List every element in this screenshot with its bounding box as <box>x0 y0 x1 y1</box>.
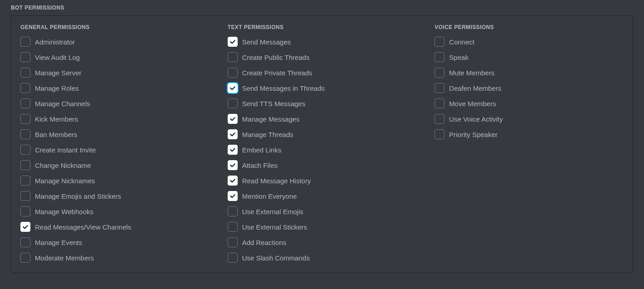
perm-ban-members[interactable]: Ban Members <box>20 129 210 139</box>
perm-list-general: AdministratorView Audit LogManage Server… <box>20 37 210 263</box>
column-title-text: TEXT PERMISSIONS <box>228 24 417 30</box>
perm-use-slash-commands[interactable]: Use Slash Commands <box>228 253 417 263</box>
perm-label: Use Slash Commands <box>242 254 310 262</box>
perm-manage-messages[interactable]: Manage Messages <box>228 114 417 124</box>
checkbox-move-members[interactable] <box>434 98 444 108</box>
checkbox-manage-webhooks[interactable] <box>20 206 30 216</box>
checkbox-speak[interactable] <box>434 52 444 62</box>
perm-label: Administrator <box>35 38 75 46</box>
perm-connect[interactable]: Connect <box>434 37 624 47</box>
perm-manage-webhooks[interactable]: Manage Webhooks <box>20 206 210 216</box>
section-title: BOT PERMISSIONS <box>11 5 633 11</box>
perm-add-reactions[interactable]: Add Reactions <box>228 237 417 247</box>
perm-read-messages-view-channels[interactable]: Read Messages/View Channels <box>20 222 210 232</box>
perm-manage-server[interactable]: Manage Server <box>20 68 210 78</box>
perm-mention-everyone[interactable]: Mention Everyone <box>228 191 417 201</box>
checkbox-use-voice-activity[interactable] <box>434 114 444 124</box>
perm-administrator[interactable]: Administrator <box>20 37 210 47</box>
perm-use-voice-activity[interactable]: Use Voice Activity <box>434 114 624 124</box>
perm-manage-nicknames[interactable]: Manage Nicknames <box>20 176 210 186</box>
perm-label: Send Messages in Threads <box>242 84 325 92</box>
perm-manage-events[interactable]: Manage Events <box>20 237 210 247</box>
perm-label: Move Members <box>449 100 496 108</box>
checkbox-manage-events[interactable] <box>20 237 30 247</box>
checkbox-send-messages[interactable] <box>228 37 238 47</box>
perm-read-message-history[interactable]: Read Message History <box>228 176 417 186</box>
perm-use-external-emojis[interactable]: Use External Emojis <box>228 206 417 216</box>
checkbox-create-instant-invite[interactable] <box>20 145 30 155</box>
perm-manage-emojis-and-stickers[interactable]: Manage Emojis and Stickers <box>20 191 210 201</box>
perm-create-public-threads[interactable]: Create Public Threads <box>228 52 417 62</box>
checkbox-create-private-threads[interactable] <box>228 68 238 78</box>
perm-label: Create Instant Invite <box>35 146 96 154</box>
checkbox-manage-channels[interactable] <box>20 98 30 108</box>
checkbox-manage-messages[interactable] <box>228 114 238 124</box>
checkbox-manage-roles[interactable] <box>20 83 30 93</box>
perm-change-nickname[interactable]: Change Nickname <box>20 160 210 170</box>
perm-label: Attach Files <box>242 162 278 169</box>
checkbox-create-public-threads[interactable] <box>228 52 238 62</box>
perm-manage-threads[interactable]: Manage Threads <box>228 129 417 139</box>
checkbox-manage-threads[interactable] <box>228 129 238 139</box>
checkbox-manage-server[interactable] <box>20 68 30 78</box>
perm-label: Use External Emojis <box>242 208 303 216</box>
perm-send-messages[interactable]: Send Messages <box>228 37 417 47</box>
perm-speak[interactable]: Speak <box>434 52 624 62</box>
perm-mute-members[interactable]: Mute Members <box>434 68 624 78</box>
checkbox-use-external-emojis[interactable] <box>228 206 238 216</box>
perm-label: Read Messages/View Channels <box>35 223 131 231</box>
perm-use-external-stickers[interactable]: Use External Stickers <box>228 222 417 232</box>
checkbox-embed-links[interactable] <box>228 145 238 155</box>
checkbox-kick-members[interactable] <box>20 114 30 124</box>
checkbox-connect[interactable] <box>434 37 444 47</box>
checkbox-send-tts-messages[interactable] <box>228 98 238 108</box>
perm-create-private-threads[interactable]: Create Private Threads <box>228 68 417 78</box>
checkbox-read-messages-view-channels[interactable] <box>20 222 30 232</box>
perm-label: View Audit Log <box>35 54 80 61</box>
perm-label: Mention Everyone <box>242 192 297 200</box>
checkbox-use-external-stickers[interactable] <box>228 222 238 232</box>
perm-label: Mute Members <box>449 69 494 77</box>
checkbox-change-nickname[interactable] <box>20 160 30 170</box>
perm-attach-files[interactable]: Attach Files <box>228 160 417 170</box>
perm-label: Kick Members <box>35 115 78 123</box>
perm-view-audit-log[interactable]: View Audit Log <box>20 52 210 62</box>
checkbox-administrator[interactable] <box>20 37 30 47</box>
perm-manage-channels[interactable]: Manage Channels <box>20 98 210 108</box>
checkbox-read-message-history[interactable] <box>228 176 238 186</box>
perm-label: Manage Emojis and Stickers <box>35 192 121 200</box>
checkbox-add-reactions[interactable] <box>228 237 238 247</box>
perm-kick-members[interactable]: Kick Members <box>20 114 210 124</box>
perm-deafen-members[interactable]: Deafen Members <box>434 83 624 93</box>
checkbox-manage-emojis-and-stickers[interactable] <box>20 191 30 201</box>
perm-move-members[interactable]: Move Members <box>434 98 624 108</box>
column-title-general: GENERAL PERMISSIONS <box>20 24 210 30</box>
perm-list-voice: ConnectSpeakMute MembersDeafen MembersMo… <box>434 37 624 139</box>
checkbox-mute-members[interactable] <box>434 68 444 78</box>
checkbox-manage-nicknames[interactable] <box>20 176 30 186</box>
perm-label: Speak <box>449 54 468 61</box>
perm-moderate-members[interactable]: Moderate Members <box>20 253 210 263</box>
perm-label: Send Messages <box>242 38 291 46</box>
checkbox-deafen-members[interactable] <box>434 83 444 93</box>
perm-label: Deafen Members <box>449 84 501 92</box>
checkbox-attach-files[interactable] <box>228 160 238 170</box>
perm-send-tts-messages[interactable]: Send TTS Messages <box>228 98 417 108</box>
perm-send-messages-in-threads[interactable]: Send Messages in Threads <box>228 83 417 93</box>
perm-label: Create Public Threads <box>242 54 310 61</box>
checkbox-priority-speaker[interactable] <box>434 129 444 139</box>
perm-label: Moderate Members <box>35 254 94 262</box>
column-text: TEXT PERMISSIONS Send MessagesCreate Pub… <box>228 24 417 263</box>
checkbox-moderate-members[interactable] <box>20 253 30 263</box>
perm-label: Change Nickname <box>35 162 91 169</box>
perm-manage-roles[interactable]: Manage Roles <box>20 83 210 93</box>
checkbox-ban-members[interactable] <box>20 129 30 139</box>
checkbox-use-slash-commands[interactable] <box>228 253 238 263</box>
perm-embed-links[interactable]: Embed Links <box>228 145 417 155</box>
checkbox-mention-everyone[interactable] <box>228 191 238 201</box>
perm-priority-speaker[interactable]: Priority Speaker <box>434 129 624 139</box>
perm-create-instant-invite[interactable]: Create Instant Invite <box>20 145 210 155</box>
checkbox-send-messages-in-threads[interactable] <box>228 83 238 93</box>
checkbox-view-audit-log[interactable] <box>20 52 30 62</box>
perm-label: Use Voice Activity <box>449 115 503 123</box>
